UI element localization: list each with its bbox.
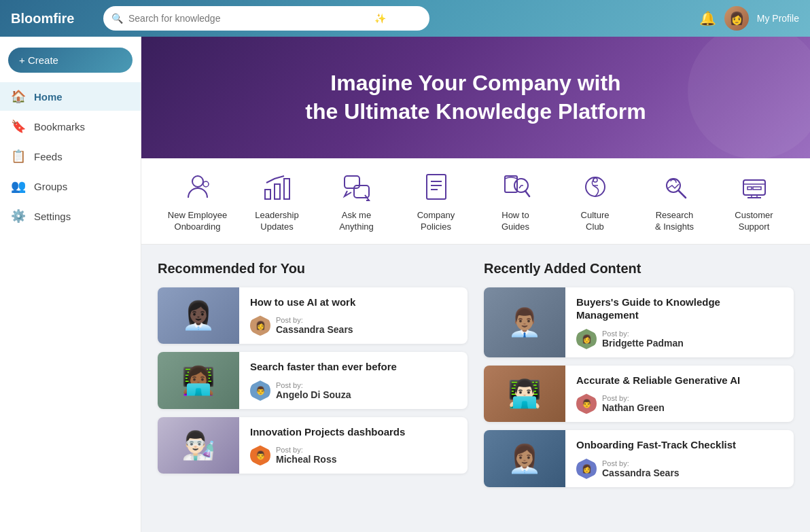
sparkle-icon: ✨: [374, 13, 386, 24]
svg-rect-18: [743, 180, 765, 195]
sidebar-item-label: Home: [34, 91, 63, 103]
sidebar-item-label: Settings: [34, 211, 71, 222]
card-thumbnail: 👨🏻‍🔬: [158, 417, 239, 474]
category-label: Research& Insights: [655, 210, 694, 233]
recommended-card[interactable]: 👨🏻‍🔬 Innovation Projects dashboards 👨 Po…: [158, 417, 468, 474]
card-content: Onboarding Fast-Track Checklist 👩 Post b…: [565, 430, 794, 487]
svg-rect-5: [345, 176, 359, 188]
my-profile-link[interactable]: My Profile: [757, 13, 799, 24]
avatar: 👨: [250, 445, 270, 465]
category-label: LeadershipUpdates: [255, 210, 298, 233]
card-content: Buyers's Guide to Knowledge Management 👩…: [565, 287, 794, 357]
search-input[interactable]: [128, 13, 359, 24]
author-info: Post by: Bridgette Padman: [602, 330, 684, 349]
post-by-label: Post by:: [276, 316, 353, 324]
culture-icon: [578, 169, 613, 205]
recommended-card[interactable]: 👩🏿‍💼 How to use AI at work 👩 Post by: Ca…: [158, 287, 468, 344]
sidebar-item-label: Groups: [34, 181, 67, 192]
header: Bloomfire 🔍 ✨ Ask AI 🔔 👩 My Profile: [0, 0, 810, 37]
card-thumbnail: 👨🏻‍💻: [484, 366, 565, 423]
svg-point-0: [192, 176, 203, 187]
post-by-label: Post by:: [276, 446, 336, 454]
main-layout: + Create 🏠 Home 🔖 Bookmarks 📋 Feeds 👥 Gr…: [0, 37, 810, 532]
sidebar-item-settings[interactable]: ⚙️ Settings: [0, 202, 141, 230]
avatar: 👩: [250, 315, 270, 336]
feeds-icon: 📋: [11, 149, 26, 164]
recently-added-card[interactable]: 👨🏽‍💼 Buyers's Guide to Knowledge Managem…: [484, 287, 794, 357]
recently-added-title: Recently Added Content: [484, 261, 794, 277]
category-how-to-guides[interactable]: How toGuides: [485, 169, 546, 233]
category-culture-club[interactable]: CultureClub: [565, 169, 626, 233]
author-name: Cassandra Sears: [276, 324, 353, 335]
card-title: Search faster than ever before: [250, 360, 457, 374]
home-icon: 🏠: [11, 89, 26, 104]
notification-icon[interactable]: 🔔: [699, 10, 716, 26]
svg-rect-3: [275, 184, 280, 199]
card-content: Innovation Projects dashboards 👨 Post by…: [239, 417, 468, 474]
card-thumbnail: 👨🏽‍💼: [484, 287, 565, 357]
content-grid: Recommended for You 👩🏿‍💼 How to use AI a…: [141, 245, 810, 512]
recently-added-card[interactable]: 👩🏽‍💼 Onboarding Fast-Track Checklist 👩 P…: [484, 430, 794, 487]
post-by-label: Post by:: [602, 330, 684, 338]
svg-line-13: [525, 191, 529, 196]
author-info: Post by: Cassandra Sears: [276, 316, 353, 335]
bookmark-icon: 🔖: [11, 119, 26, 134]
author-info: Post by: Cassandra Sears: [602, 459, 680, 478]
support-icon: [737, 169, 772, 205]
author-name: Cassandra Sears: [602, 467, 680, 478]
svg-point-15: [593, 178, 597, 182]
sidebar-item-label: Bookmarks: [34, 121, 85, 132]
categories: New EmployeeOnboarding LeadershipUpdates: [141, 158, 810, 245]
card-author: 👨 Post by: Micheal Ross: [250, 445, 457, 465]
category-leadership-updates[interactable]: LeadershipUpdates: [247, 169, 308, 233]
recommended-section: Recommended for You 👩🏿‍💼 How to use AI a…: [158, 261, 468, 495]
card-title: Accurate & Reliable Generative AI: [576, 374, 783, 387]
card-author: 👨 Post by: Nathan Green: [576, 393, 783, 414]
settings-icon: ⚙️: [11, 209, 26, 224]
search-icon: 🔍: [111, 13, 123, 24]
leadership-icon: [260, 169, 295, 205]
card-author: 👩 Post by: Cassandra Sears: [576, 459, 783, 479]
ask-ai-button[interactable]: ✨ Ask AI: [365, 9, 424, 28]
card-title: How to use AI at work: [250, 296, 457, 309]
logo: Bloomfire: [11, 11, 92, 26]
card-author: 👨 Post by: Angelo Di Souza: [250, 380, 457, 401]
card-title: Buyers's Guide to Knowledge Management: [576, 296, 783, 322]
create-button[interactable]: + Create: [8, 48, 133, 73]
card-thumbnail: 👩🏾‍💻: [158, 352, 239, 409]
avatar: 👩: [576, 459, 597, 479]
content-area: Imagine Your Company with the Ultimate K…: [141, 37, 810, 532]
sidebar-item-groups[interactable]: 👥 Groups: [0, 172, 141, 200]
avatar: 👩: [576, 329, 597, 349]
author-name: Angelo Di Souza: [276, 389, 351, 400]
recently-added-card[interactable]: 👨🏻‍💻 Accurate & Reliable Generative AI 👨…: [484, 366, 794, 423]
recommended-card[interactable]: 👩🏾‍💻 Search faster than ever before 👨 Po…: [158, 352, 468, 409]
author-info: Post by: Angelo Di Souza: [276, 381, 351, 400]
svg-rect-6: [354, 185, 369, 198]
category-company-policies[interactable]: CompanyPolicies: [406, 169, 467, 233]
svg-rect-7: [427, 175, 446, 199]
card-author: 👩 Post by: Bridgette Padman: [576, 329, 783, 349]
category-new-employee-onboarding[interactable]: New EmployeeOnboarding: [167, 169, 228, 233]
svg-point-1: [203, 181, 209, 187]
svg-rect-20: [747, 187, 752, 190]
category-customer-support[interactable]: CustomerSupport: [724, 169, 785, 233]
sidebar-item-feeds[interactable]: 📋 Feeds: [0, 142, 141, 171]
avatar: 👨: [576, 393, 597, 414]
recommended-title: Recommended for You: [158, 261, 468, 277]
research-icon: [657, 169, 692, 205]
category-ask-me-anything[interactable]: Ask meAnything: [326, 169, 387, 233]
recently-added-section: Recently Added Content 👨🏽‍💼 Buyers's Gui…: [484, 261, 794, 495]
groups-icon: 👥: [11, 179, 26, 194]
category-research-insights[interactable]: Research& Insights: [644, 169, 705, 233]
card-author: 👩 Post by: Cassandra Sears: [250, 315, 457, 336]
header-right: 🔔 👩 My Profile: [699, 6, 799, 31]
post-by-label: Post by:: [602, 459, 680, 467]
card-title: Innovation Projects dashboards: [250, 425, 457, 439]
sidebar-item-home[interactable]: 🏠 Home: [0, 82, 141, 111]
avatar[interactable]: 👩: [724, 6, 749, 31]
sidebar-item-bookmarks[interactable]: 🔖 Bookmarks: [0, 112, 141, 141]
author-name: Micheal Ross: [276, 454, 336, 465]
category-label: How toGuides: [501, 210, 529, 233]
search-bar[interactable]: 🔍 ✨ Ask AI: [103, 6, 429, 31]
